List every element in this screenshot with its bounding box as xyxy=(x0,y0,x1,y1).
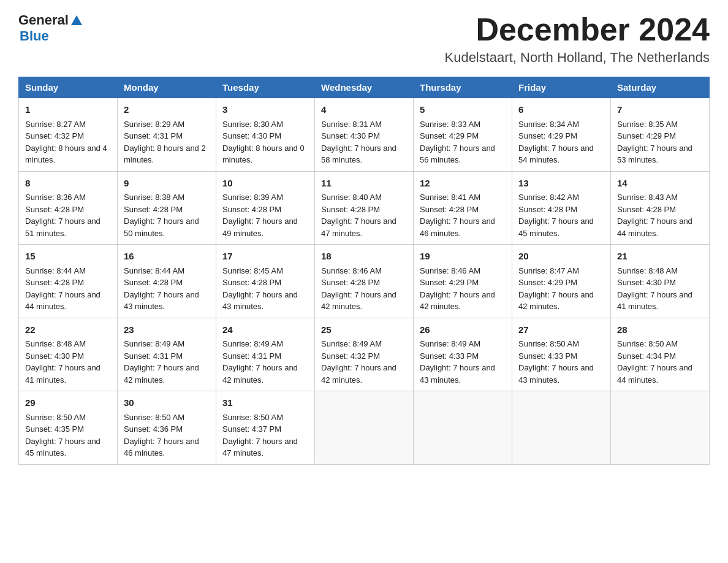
day-number: 18 xyxy=(321,250,407,264)
day-number: 10 xyxy=(222,177,308,191)
calendar-day-cell: 27Sunrise: 8:50 AMSunset: 4:33 PMDayligh… xyxy=(512,318,611,391)
day-number: 26 xyxy=(420,323,506,337)
day-number: 14 xyxy=(617,177,703,191)
day-info: Sunrise: 8:47 AMSunset: 4:29 PMDaylight:… xyxy=(518,265,604,313)
day-info: Sunrise: 8:41 AMSunset: 4:28 PMDaylight:… xyxy=(420,191,506,239)
logo-triangle-icon xyxy=(71,15,82,26)
day-number: 6 xyxy=(518,103,604,117)
logo: General Blue xyxy=(18,12,82,44)
calendar-day-cell: 7Sunrise: 8:35 AMSunset: 4:29 PMDaylight… xyxy=(611,98,710,172)
day-info: Sunrise: 8:34 AMSunset: 4:29 PMDaylight:… xyxy=(518,118,604,166)
day-info: Sunrise: 8:42 AMSunset: 4:28 PMDaylight:… xyxy=(518,191,604,239)
calendar-day-cell xyxy=(611,391,710,465)
day-info: Sunrise: 8:50 AMSunset: 4:35 PMDaylight:… xyxy=(25,412,111,459)
calendar-day-cell: 10Sunrise: 8:39 AMSunset: 4:28 PMDayligh… xyxy=(216,171,315,245)
weekday-header-friday: Friday xyxy=(512,77,611,98)
day-number: 5 xyxy=(420,103,506,117)
calendar-subtitle: Kudelstaart, North Holland, The Netherla… xyxy=(444,50,710,66)
calendar-day-cell: 4Sunrise: 8:31 AMSunset: 4:30 PMDaylight… xyxy=(315,98,414,172)
day-number: 31 xyxy=(222,396,308,410)
day-number: 23 xyxy=(124,323,210,337)
day-info: Sunrise: 8:29 AMSunset: 4:31 PMDaylight:… xyxy=(124,118,210,166)
calendar-day-cell: 30Sunrise: 8:50 AMSunset: 4:36 PMDayligh… xyxy=(118,391,216,465)
day-info: Sunrise: 8:48 AMSunset: 4:30 PMDaylight:… xyxy=(617,265,703,313)
title-area: December 2024 Kudelstaart, North Holland… xyxy=(444,12,710,66)
day-info: Sunrise: 8:46 AMSunset: 4:29 PMDaylight:… xyxy=(420,265,506,313)
day-number: 16 xyxy=(124,250,210,264)
calendar-day-cell: 8Sunrise: 8:36 AMSunset: 4:28 PMDaylight… xyxy=(19,171,118,245)
day-info: Sunrise: 8:45 AMSunset: 4:28 PMDaylight:… xyxy=(222,265,308,313)
calendar-week-row: 29Sunrise: 8:50 AMSunset: 4:35 PMDayligh… xyxy=(19,391,710,465)
day-info: Sunrise: 8:50 AMSunset: 4:37 PMDaylight:… xyxy=(222,412,308,459)
day-info: Sunrise: 8:30 AMSunset: 4:30 PMDaylight:… xyxy=(222,118,308,166)
day-number: 2 xyxy=(124,103,210,117)
logo-general-text: General xyxy=(18,12,69,28)
day-number: 20 xyxy=(518,250,604,264)
calendar-week-row: 15Sunrise: 8:44 AMSunset: 4:28 PMDayligh… xyxy=(19,245,710,318)
day-number: 1 xyxy=(25,103,111,117)
day-number: 29 xyxy=(25,396,111,410)
calendar-day-cell: 20Sunrise: 8:47 AMSunset: 4:29 PMDayligh… xyxy=(512,245,611,318)
day-info: Sunrise: 8:50 AMSunset: 4:34 PMDaylight:… xyxy=(617,338,703,386)
day-info: Sunrise: 8:43 AMSunset: 4:28 PMDaylight:… xyxy=(617,191,703,239)
day-number: 27 xyxy=(518,323,604,337)
calendar-day-cell: 9Sunrise: 8:38 AMSunset: 4:28 PMDaylight… xyxy=(118,171,216,245)
calendar-day-cell: 25Sunrise: 8:49 AMSunset: 4:32 PMDayligh… xyxy=(315,318,414,391)
day-info: Sunrise: 8:40 AMSunset: 4:28 PMDaylight:… xyxy=(321,191,407,239)
calendar-day-cell: 6Sunrise: 8:34 AMSunset: 4:29 PMDaylight… xyxy=(512,98,611,172)
calendar-day-cell xyxy=(512,391,611,465)
calendar-table: SundayMondayTuesdayWednesdayThursdayFrid… xyxy=(18,77,710,465)
calendar-week-row: 22Sunrise: 8:48 AMSunset: 4:30 PMDayligh… xyxy=(19,318,710,391)
day-number: 22 xyxy=(25,323,111,337)
day-number: 3 xyxy=(222,103,308,117)
calendar-day-cell xyxy=(414,391,512,465)
day-info: Sunrise: 8:38 AMSunset: 4:28 PMDaylight:… xyxy=(124,191,210,239)
day-info: Sunrise: 8:49 AMSunset: 4:32 PMDaylight:… xyxy=(321,338,407,386)
day-info: Sunrise: 8:44 AMSunset: 4:28 PMDaylight:… xyxy=(25,265,111,313)
calendar-day-cell: 28Sunrise: 8:50 AMSunset: 4:34 PMDayligh… xyxy=(611,318,710,391)
calendar-day-cell: 13Sunrise: 8:42 AMSunset: 4:28 PMDayligh… xyxy=(512,171,611,245)
day-info: Sunrise: 8:49 AMSunset: 4:31 PMDaylight:… xyxy=(222,338,308,386)
calendar-day-cell: 17Sunrise: 8:45 AMSunset: 4:28 PMDayligh… xyxy=(216,245,315,318)
day-info: Sunrise: 8:48 AMSunset: 4:30 PMDaylight:… xyxy=(25,338,111,386)
day-number: 13 xyxy=(518,177,604,191)
logo-blue-text: Blue xyxy=(20,28,49,44)
calendar-day-cell: 16Sunrise: 8:44 AMSunset: 4:28 PMDayligh… xyxy=(118,245,216,318)
weekday-header-tuesday: Tuesday xyxy=(216,77,315,98)
day-number: 30 xyxy=(124,396,210,410)
day-info: Sunrise: 8:49 AMSunset: 4:31 PMDaylight:… xyxy=(124,338,210,386)
day-number: 28 xyxy=(617,323,703,337)
calendar-week-row: 8Sunrise: 8:36 AMSunset: 4:28 PMDaylight… xyxy=(19,171,710,245)
day-info: Sunrise: 8:31 AMSunset: 4:30 PMDaylight:… xyxy=(321,118,407,166)
calendar-day-cell: 31Sunrise: 8:50 AMSunset: 4:37 PMDayligh… xyxy=(216,391,315,465)
day-info: Sunrise: 8:49 AMSunset: 4:33 PMDaylight:… xyxy=(420,338,506,386)
calendar-day-cell: 21Sunrise: 8:48 AMSunset: 4:30 PMDayligh… xyxy=(611,245,710,318)
day-info: Sunrise: 8:50 AMSunset: 4:33 PMDaylight:… xyxy=(518,338,604,386)
calendar-header-row: SundayMondayTuesdayWednesdayThursdayFrid… xyxy=(19,77,710,98)
day-number: 9 xyxy=(124,177,210,191)
calendar-day-cell: 18Sunrise: 8:46 AMSunset: 4:28 PMDayligh… xyxy=(315,245,414,318)
weekday-header-thursday: Thursday xyxy=(414,77,512,98)
calendar-day-cell: 26Sunrise: 8:49 AMSunset: 4:33 PMDayligh… xyxy=(414,318,512,391)
day-info: Sunrise: 8:46 AMSunset: 4:28 PMDaylight:… xyxy=(321,265,407,313)
calendar-day-cell: 11Sunrise: 8:40 AMSunset: 4:28 PMDayligh… xyxy=(315,171,414,245)
calendar-day-cell: 12Sunrise: 8:41 AMSunset: 4:28 PMDayligh… xyxy=(414,171,512,245)
day-info: Sunrise: 8:39 AMSunset: 4:28 PMDaylight:… xyxy=(222,191,308,239)
day-info: Sunrise: 8:33 AMSunset: 4:29 PMDaylight:… xyxy=(420,118,506,166)
calendar-day-cell: 24Sunrise: 8:49 AMSunset: 4:31 PMDayligh… xyxy=(216,318,315,391)
day-info: Sunrise: 8:44 AMSunset: 4:28 PMDaylight:… xyxy=(124,265,210,313)
calendar-day-cell: 1Sunrise: 8:27 AMSunset: 4:32 PMDaylight… xyxy=(19,98,118,172)
weekday-header-sunday: Sunday xyxy=(19,77,118,98)
day-number: 11 xyxy=(321,177,407,191)
calendar-day-cell: 2Sunrise: 8:29 AMSunset: 4:31 PMDaylight… xyxy=(118,98,216,172)
day-number: 8 xyxy=(25,177,111,191)
calendar-day-cell: 15Sunrise: 8:44 AMSunset: 4:28 PMDayligh… xyxy=(19,245,118,318)
day-number: 25 xyxy=(321,323,407,337)
day-info: Sunrise: 8:27 AMSunset: 4:32 PMDaylight:… xyxy=(25,118,111,166)
day-info: Sunrise: 8:36 AMSunset: 4:28 PMDaylight:… xyxy=(25,191,111,239)
weekday-header-saturday: Saturday xyxy=(611,77,710,98)
day-info: Sunrise: 8:50 AMSunset: 4:36 PMDaylight:… xyxy=(124,412,210,459)
day-number: 7 xyxy=(617,103,703,117)
calendar-day-cell: 23Sunrise: 8:49 AMSunset: 4:31 PMDayligh… xyxy=(118,318,216,391)
day-number: 4 xyxy=(321,103,407,117)
